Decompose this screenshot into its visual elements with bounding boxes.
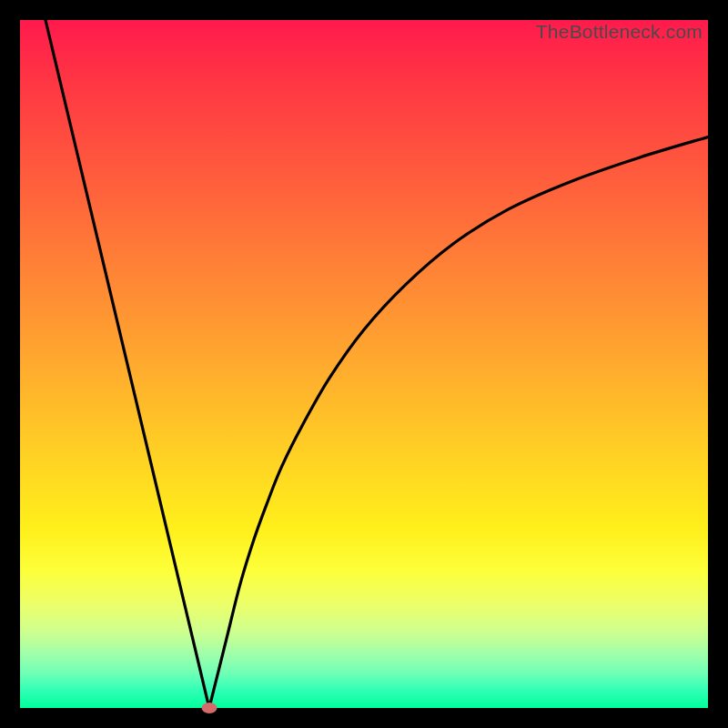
watermark-text: TheBottleneck.com [536, 21, 703, 43]
bottleneck-curve [20, 20, 708, 708]
chart-frame: TheBottleneck.com [20, 20, 708, 708]
minimum-marker [201, 703, 217, 713]
